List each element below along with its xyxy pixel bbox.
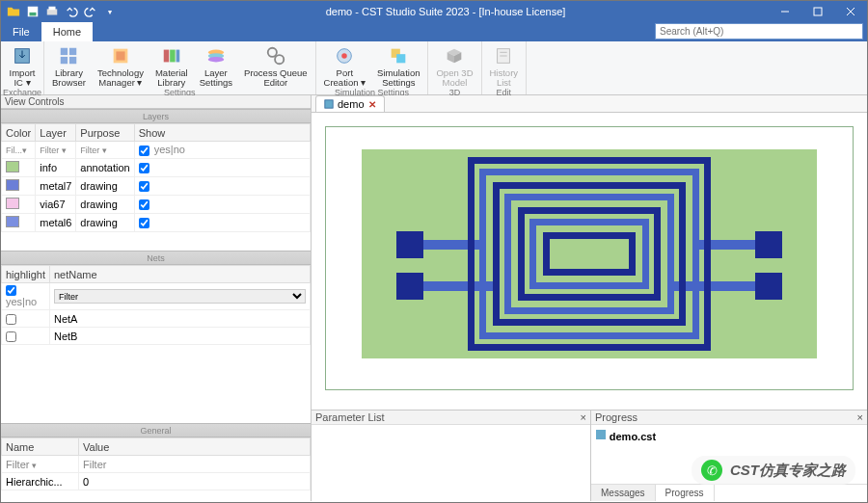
filter-show-chk[interactable] bbox=[139, 146, 149, 156]
filter-layer[interactable]: Filter ▾ bbox=[36, 142, 76, 159]
table-row[interactable]: via67 drawing bbox=[2, 196, 311, 214]
svg-point-18 bbox=[208, 57, 225, 62]
open-3d-model-button[interactable]: Open 3D Model bbox=[430, 43, 478, 88]
net-hl-chk[interactable] bbox=[6, 314, 16, 325]
table-row[interactable]: info annotation bbox=[2, 159, 311, 177]
table-row[interactable]: metal6 drawing bbox=[2, 214, 311, 232]
net-hl-cell[interactable] bbox=[2, 328, 50, 345]
filter-gen-value[interactable]: Filter bbox=[79, 456, 311, 473]
minimize-button[interactable] bbox=[769, 1, 801, 22]
layer-show-cell[interactable] bbox=[134, 159, 310, 177]
col-gen-name[interactable]: Name bbox=[2, 438, 79, 456]
layer-show-chk[interactable] bbox=[139, 218, 149, 228]
table-row: Hierarchic... 0 bbox=[2, 473, 311, 490]
layer-purpose-cell[interactable]: annotation bbox=[76, 159, 134, 177]
tab-home[interactable]: Home bbox=[41, 22, 93, 41]
col-layer[interactable]: Layer bbox=[36, 124, 76, 142]
svg-rect-5 bbox=[814, 8, 822, 15]
port-creation-button[interactable]: Port Creation ▾ bbox=[318, 43, 372, 88]
net-hl-cell[interactable] bbox=[2, 310, 50, 328]
filter-purpose[interactable]: Filter ▾ bbox=[76, 142, 134, 159]
layer-name-cell[interactable]: info bbox=[36, 159, 76, 177]
layer-name-cell[interactable]: via67 bbox=[36, 196, 76, 214]
table-row[interactable]: NetA bbox=[2, 310, 311, 328]
pad-right-top bbox=[755, 231, 782, 258]
layer-color-cell[interactable] bbox=[2, 159, 36, 177]
col-highlight[interactable]: highlight bbox=[2, 266, 50, 283]
filter-show[interactable]: yes|no bbox=[134, 142, 310, 159]
col-gen-value[interactable]: Value bbox=[79, 438, 311, 456]
library-browser-button[interactable]: Library Browser bbox=[46, 43, 92, 88]
qat-more-icon[interactable]: ▾ bbox=[103, 5, 117, 18]
search-input[interactable] bbox=[655, 23, 863, 40]
table-row[interactable]: metal7 drawing bbox=[2, 177, 311, 196]
process-queue-button[interactable]: Process Queue Editor bbox=[238, 43, 312, 88]
tab-file[interactable]: File bbox=[1, 22, 41, 41]
layer-purpose-cell[interactable]: drawing bbox=[76, 177, 134, 196]
filter-hl-chk[interactable] bbox=[6, 285, 16, 296]
layer-purpose-cell[interactable]: drawing bbox=[76, 214, 134, 232]
gen-row-name[interactable]: Hierarchic... bbox=[2, 473, 79, 490]
layer-color-cell[interactable] bbox=[2, 214, 36, 232]
filter-gen-name[interactable]: Filter ▾ bbox=[2, 456, 79, 473]
redo-icon[interactable] bbox=[84, 5, 97, 18]
parameter-list-body[interactable] bbox=[312, 425, 590, 501]
design-canvas[interactable] bbox=[312, 113, 867, 410]
print-icon[interactable] bbox=[45, 5, 59, 18]
cad-viewport[interactable] bbox=[325, 126, 854, 390]
layer-show-chk[interactable] bbox=[139, 199, 149, 210]
import-ic-button[interactable]: Import IC ▾ bbox=[3, 43, 41, 88]
col-show[interactable]: Show bbox=[134, 124, 310, 142]
undo-icon[interactable] bbox=[65, 5, 78, 18]
view-controls-pane: View Controls Layers Color Layer Purpose… bbox=[1, 95, 312, 501]
svg-point-22 bbox=[342, 53, 348, 59]
close-button[interactable] bbox=[834, 1, 867, 22]
layer-show-chk[interactable] bbox=[139, 163, 149, 173]
technology-manager-button[interactable]: Technology Manager ▾ bbox=[92, 43, 149, 88]
layer-show-cell[interactable] bbox=[134, 214, 310, 232]
cst-file-icon bbox=[595, 431, 607, 442]
table-row[interactable]: NetB bbox=[2, 328, 311, 345]
close-icon[interactable]: × bbox=[857, 411, 863, 423]
layer-purpose-cell[interactable]: drawing bbox=[76, 196, 134, 214]
svg-rect-28 bbox=[325, 100, 333, 108]
svg-rect-24 bbox=[396, 54, 405, 63]
layer-name-cell[interactable]: metal6 bbox=[36, 214, 76, 232]
wechat-icon: ✆ bbox=[701, 460, 722, 481]
col-color[interactable]: Color bbox=[2, 124, 36, 142]
maximize-button[interactable] bbox=[801, 1, 834, 22]
svg-rect-15 bbox=[176, 50, 179, 63]
close-tab-icon[interactable]: ✕ bbox=[368, 99, 376, 110]
document-tab[interactable]: demo ✕ bbox=[315, 95, 385, 112]
net-name-cell[interactable]: NetB bbox=[50, 328, 311, 345]
col-netname[interactable]: netName bbox=[50, 266, 311, 283]
filter-color[interactable]: Fil...▾ bbox=[2, 142, 36, 159]
col-purpose[interactable]: Purpose bbox=[76, 124, 134, 142]
net-hl-chk[interactable] bbox=[6, 331, 16, 342]
layers-table: Color Layer Purpose Show Fil...▾ Filter … bbox=[1, 123, 311, 232]
material-library-button[interactable]: Material Library bbox=[149, 43, 194, 88]
layer-show-cell[interactable] bbox=[134, 177, 310, 196]
tab-progress[interactable]: Progress bbox=[656, 485, 715, 501]
filter-highlight[interactable]: yes|no bbox=[2, 283, 50, 310]
general-table: Name Value Filter ▾ Filter Hierarchic...… bbox=[1, 437, 311, 490]
svg-rect-3 bbox=[49, 7, 56, 11]
layer-name-cell[interactable]: metal7 bbox=[36, 177, 76, 196]
history-list-button[interactable]: History List bbox=[484, 43, 525, 88]
gen-row-value[interactable]: 0 bbox=[79, 473, 311, 490]
layer-color-cell[interactable] bbox=[2, 196, 36, 214]
open-icon[interactable] bbox=[7, 5, 20, 18]
progress-header: Progress× bbox=[591, 410, 867, 425]
view-controls-title: View Controls bbox=[1, 95, 311, 109]
layer-show-cell[interactable] bbox=[134, 196, 310, 214]
tab-messages[interactable]: Messages bbox=[591, 485, 656, 501]
close-icon[interactable]: × bbox=[581, 411, 586, 423]
filter-netname-select[interactable]: Filter bbox=[54, 289, 306, 304]
simulation-settings-button[interactable]: Simulation Settings bbox=[371, 43, 425, 88]
filter-netname[interactable]: Filter bbox=[50, 283, 311, 310]
layer-color-cell[interactable] bbox=[2, 177, 36, 196]
save-icon[interactable] bbox=[26, 5, 40, 18]
layer-settings-button[interactable]: Layer Settings bbox=[194, 43, 238, 88]
net-name-cell[interactable]: NetA bbox=[50, 310, 311, 328]
layer-show-chk[interactable] bbox=[139, 181, 149, 192]
